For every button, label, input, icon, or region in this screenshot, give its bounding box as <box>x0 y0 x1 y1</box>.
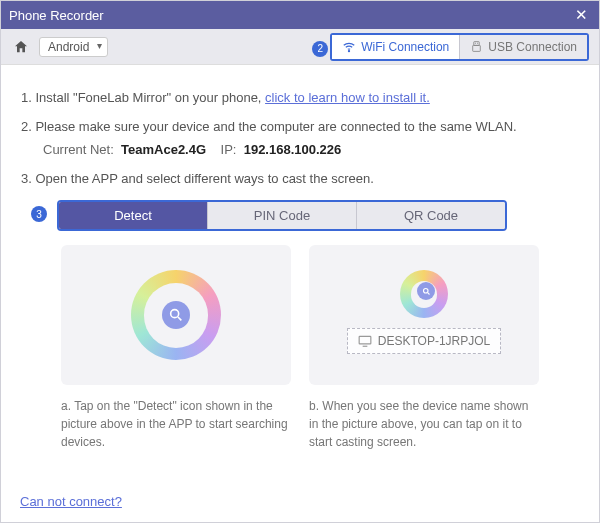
cannot-connect-link[interactable]: Can not connect? <box>20 494 122 509</box>
step-1-text: 1. Install "FoneLab Mirror" on your phon… <box>21 90 265 105</box>
instruction-captions: a. Tap on the "Detect" icon shown in the… <box>61 397 579 451</box>
monitor-icon <box>358 335 372 347</box>
color-wheel-small <box>400 270 448 318</box>
connection-type-group: 2 WiFi Connection USB Connection <box>330 33 589 61</box>
magnifier-icon-small <box>417 282 435 300</box>
toolbar: Android 2 WiFi Connection USB Connection <box>1 29 599 65</box>
usb-icon <box>470 40 483 53</box>
install-help-link[interactable]: click to learn how to install it. <box>265 90 430 105</box>
title-bar: Phone Recorder ✕ <box>1 1 599 29</box>
tab-qrcode[interactable]: QR Code <box>356 202 505 229</box>
device-name-box: DESKTOP-1JRPJOL <box>347 328 501 354</box>
caption-a: a. Tap on the "Detect" icon shown in the… <box>61 397 291 451</box>
wifi-connection-tab[interactable]: WiFi Connection <box>332 35 459 59</box>
platform-label: Android <box>48 40 89 54</box>
main-content: 1. Install "FoneLab Mirror" on your phon… <box>1 65 599 455</box>
network-info: Current Net: TeamAce2.4G IP: 192.168.100… <box>43 141 579 160</box>
wifi-icon <box>342 40 356 54</box>
home-icon[interactable] <box>11 37 31 57</box>
instruction-cards: DESKTOP-1JRPJOL <box>61 245 579 385</box>
net-value: TeamAce2.4G <box>121 142 206 157</box>
svg-rect-9 <box>359 337 371 345</box>
wifi-label: WiFi Connection <box>361 40 449 54</box>
svg-line-8 <box>427 293 429 295</box>
svg-point-7 <box>423 288 428 293</box>
color-wheel-large <box>131 270 221 360</box>
card-detect <box>61 245 291 385</box>
svg-rect-1 <box>474 42 479 46</box>
caption-b: b. When you see the device name shown in… <box>309 397 539 451</box>
usb-connection-tab[interactable]: USB Connection <box>459 35 587 59</box>
step-1: 1. Install "FoneLab Mirror" on your phon… <box>21 89 579 108</box>
svg-rect-2 <box>473 45 481 51</box>
step-3-text: 3. Open the APP and select different way… <box>21 171 374 186</box>
ip-value: 192.168.100.226 <box>244 142 342 157</box>
tab-detect[interactable]: Detect <box>59 202 207 229</box>
step-badge-2: 2 <box>312 41 328 57</box>
step-2-text: 2. Please make sure your device and the … <box>21 119 517 134</box>
step-badge-3: 3 <box>31 206 47 222</box>
usb-label: USB Connection <box>488 40 577 54</box>
card-device: DESKTOP-1JRPJOL <box>309 245 539 385</box>
device-name: DESKTOP-1JRPJOL <box>378 334 490 348</box>
svg-line-6 <box>178 317 181 320</box>
platform-select[interactable]: Android <box>39 37 108 57</box>
magnifier-icon <box>162 301 190 329</box>
window-title: Phone Recorder <box>9 8 571 23</box>
close-icon[interactable]: ✕ <box>571 6 591 24</box>
cast-method-tabs: 3 Detect PIN Code QR Code <box>57 200 579 231</box>
step-2: 2. Please make sure your device and the … <box>21 118 579 160</box>
svg-point-5 <box>171 310 179 318</box>
step-3: 3. Open the APP and select different way… <box>21 170 579 189</box>
tab-pincode[interactable]: PIN Code <box>207 202 356 229</box>
svg-point-0 <box>349 50 350 51</box>
ip-label: IP: <box>221 142 237 157</box>
net-label: Current Net: <box>43 142 114 157</box>
